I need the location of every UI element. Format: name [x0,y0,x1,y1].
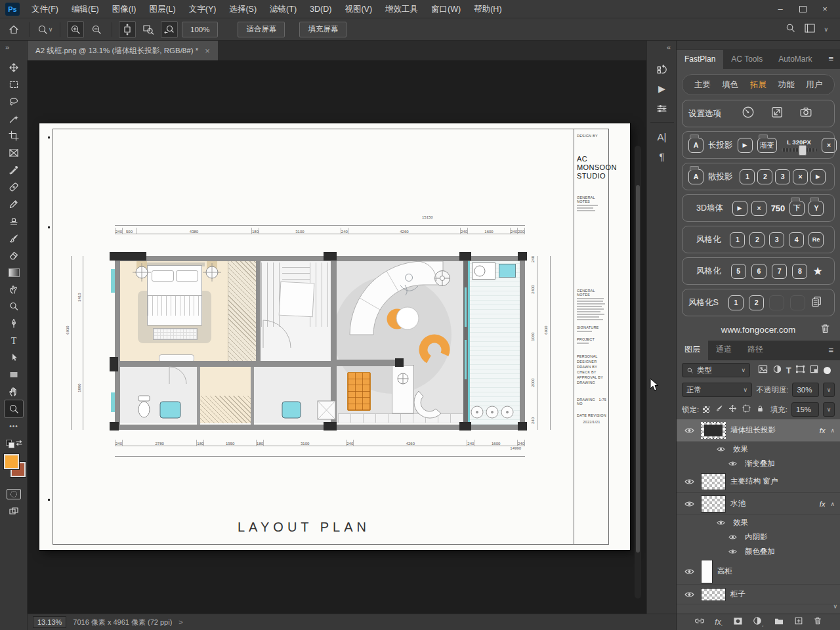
website-link[interactable]: www.fongocer.com [721,325,795,335]
paragraph-panel-icon[interactable]: ¶ [647,146,677,166]
status-zoom-input[interactable]: 13.13% [33,616,66,628]
quick-mask-toggle[interactable] [5,486,23,503]
wall-3d-value[interactable]: 750 [771,203,786,213]
layer-row[interactable]: 主要结构 窗户 [677,471,840,493]
visibility-eye-icon[interactable] [682,568,696,575]
category-user[interactable]: 用户 [806,79,822,91]
maximize-button[interactable] [791,2,814,16]
layer-thumbnail[interactable] [702,496,725,512]
scatter-clear-button[interactable]: × [793,169,808,184]
tab-fastplan[interactable]: FastPlan [677,50,723,69]
layer-name[interactable]: 主要结构 窗户 [730,476,778,486]
fill-dropdown-icon[interactable]: ∨ [823,402,835,417]
status-options-chevron-icon[interactable]: > [178,618,182,626]
menu-filter[interactable]: 滤镜(T) [263,0,303,18]
stylize-2-button[interactable]: 2 [749,232,765,247]
properties-panel-icon[interactable] [647,98,677,118]
fx-badge[interactable]: fx [820,500,826,508]
visibility-eye-icon[interactable] [682,427,696,434]
home-icon[interactable] [5,21,22,38]
visibility-eye-icon[interactable] [725,549,740,555]
slider-thumb[interactable] [799,145,807,156]
zoom-all-windows-toggle[interactable] [140,21,157,38]
crop-tool[interactable] [5,127,23,144]
star-icon[interactable]: ★ [813,264,823,278]
document-tab[interactable]: A2 线框.png @ 13.1% (墙体组长投影, RGB/8#) * × [28,41,218,60]
opacity-input[interactable]: 30% [792,383,819,397]
magic-wand-tool[interactable] [5,110,23,127]
lock-all-icon[interactable] [756,404,765,415]
stylize-redo-button[interactable]: Re [808,232,824,247]
tab-automark[interactable]: AutoMark [770,50,820,69]
close-document-icon[interactable]: × [205,46,210,56]
foreground-color-swatch[interactable] [4,454,19,469]
filter-type-layers-icon[interactable]: T [786,366,791,375]
layer-thumbnail[interactable] [702,560,712,583]
long-shadow-auto-button[interactable]: A [688,138,704,153]
menu-window[interactable]: 窗口(W) [425,0,467,18]
wall-3d-clear-button[interactable]: × [751,201,766,216]
hand-tool[interactable] [5,383,23,400]
layer-mask-icon[interactable] [733,616,743,628]
scroll-down-icon[interactable]: ∨ [833,603,837,610]
layer-thumbnail[interactable] [702,474,725,490]
new-layer-icon[interactable] [794,616,803,628]
category-main[interactable]: 主要 [694,79,711,91]
layer-row[interactable]: 高柜 [677,558,840,585]
resize-windows-to-fit-toggle[interactable] [119,21,136,38]
zoom-tool[interactable] [5,400,23,417]
dial-icon[interactable] [742,106,755,121]
stylize-s-2-button[interactable]: 2 [749,295,764,310]
frame-tool[interactable] [5,144,23,161]
tab-channels[interactable]: 通道 [708,339,740,360]
layer-name[interactable]: 高柜 [717,566,732,576]
tab-layers[interactable]: 图层 [677,339,708,360]
swap-colors-icon[interactable] [15,439,23,447]
stylize-4-button[interactable]: 4 [789,232,804,247]
resize-icon[interactable] [770,106,784,121]
delete-layer-icon[interactable] [813,616,822,628]
collapse-effects-icon[interactable]: ∧ [830,501,835,507]
adjustment-layer-icon[interactable]: ˯ [753,616,764,628]
filter-adjustment-layers-icon[interactable] [772,364,782,377]
layer-thumbnail[interactable] [702,589,725,600]
panel-menu-icon[interactable]: ≡ [828,54,833,64]
new-group-icon[interactable] [774,616,784,628]
scatter-1-button[interactable]: 1 [740,169,755,184]
wall-3d-y-button[interactable]: Y [808,201,824,216]
blend-mode-dropdown[interactable]: 正常 ∨ [682,383,752,397]
effect-row[interactable]: 颜色叠加 [677,544,840,558]
link-layers-icon[interactable] [694,616,705,628]
category-extend[interactable]: 拓展 [750,79,766,91]
category-function[interactable]: 功能 [778,79,795,91]
gradient-tool[interactable] [5,264,23,281]
menu-edit[interactable]: 编辑(E) [65,0,106,18]
lock-artboard-icon[interactable] [742,404,751,415]
effects-row[interactable]: 效果 [677,515,840,530]
visibility-eye-icon[interactable] [682,478,696,485]
effect-row[interactable]: 渐变叠加 [677,456,840,471]
long-shadow-run-button[interactable]: ▶ [738,138,753,153]
menu-layer[interactable]: 图层(L) [142,0,182,18]
wall-3d-run-button[interactable]: ▶ [732,201,747,216]
visibility-eye-icon[interactable] [682,501,696,507]
fill-screen-button[interactable]: 填充屏幕 [299,22,346,37]
long-shadow-slider[interactable]: L 320PX [782,138,817,152]
scatter-run-button[interactable]: ▶ [810,169,826,184]
effects-row[interactable]: 效果 [677,442,840,456]
stylize-s-1-button[interactable]: 1 [728,295,744,310]
menu-type[interactable]: 文字(Y) [182,0,223,18]
layer-name[interactable]: 墙体组长投影 [730,425,776,435]
stylize-5-button[interactable]: 5 [731,264,746,279]
lasso-tool[interactable] [5,93,23,110]
gradient-button[interactable]: 渐变 [757,138,777,153]
healing-brush-tool[interactable] [5,178,23,196]
fx-badge[interactable]: fx [820,427,826,434]
edit-toolbar-icon[interactable]: ••• [5,417,23,434]
menu-plugins[interactable]: 增效工具 [379,0,425,18]
tab-ac-tools[interactable]: AC Tools [723,50,770,69]
photoshop-logo[interactable]: Ps [5,3,20,16]
panel-menu-icon[interactable]: ≡ [828,345,833,355]
canvas[interactable]: 15150 240 500 4380 180 3100 240 4260 240… [28,60,646,614]
eraser-tool[interactable] [5,247,23,264]
